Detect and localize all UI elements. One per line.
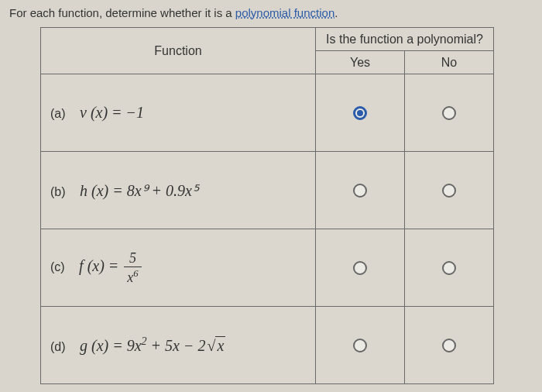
question-suffix: . (334, 6, 338, 19)
fn-c-den-exp: 6 (133, 268, 138, 279)
question-text: For each function, determine whether it … (9, 6, 533, 19)
header-no: No (405, 51, 494, 74)
row-label: (b) (50, 185, 66, 198)
table-wrap: Function Is the function a polynomial? Y… (9, 24, 533, 384)
radio-a-yes[interactable] (353, 106, 367, 120)
cell-c-yes (316, 229, 405, 307)
header-question: Is the function a polynomial? (316, 28, 494, 51)
fn-c-den: x6 (124, 267, 141, 284)
fn-c-num: 5 (124, 251, 141, 267)
question-prefix: For each function, determine whether it … (9, 6, 235, 19)
function-cell-d: (d) g (x) = 9x2 + 5x − 2x (41, 307, 316, 384)
table-row: (c) f (x) = 5x6 (41, 229, 494, 307)
radio-d-no[interactable] (442, 339, 456, 352)
radio-b-yes[interactable] (353, 184, 367, 198)
row-label: (c) (50, 260, 65, 273)
function-cell-a: (a) v (x) = −1 (41, 74, 316, 152)
function-a: v (x) = −1 (80, 104, 144, 121)
cell-c-no (405, 229, 494, 307)
polynomial-link[interactable]: polynomial function (235, 6, 334, 19)
cell-a-yes (316, 74, 405, 152)
function-cell-b: (b) h (x) = 8x⁹ + 0.9x⁵ (41, 152, 316, 229)
fn-d-exp: 2 (142, 335, 147, 347)
cell-a-no (405, 74, 494, 152)
function-d: g (x) = 9x2 + 5x − 2x (80, 337, 225, 354)
row-label: (d) (50, 340, 66, 353)
function-c: f (x) = 5x6 (79, 257, 143, 274)
cell-b-yes (316, 152, 405, 229)
table-row: (d) g (x) = 9x2 + 5x − 2x (41, 307, 494, 384)
cell-d-yes (316, 307, 405, 384)
header-function: Function (41, 28, 316, 74)
radio-d-yes[interactable] (353, 339, 367, 352)
cell-b-no (405, 152, 494, 229)
radio-c-no[interactable] (442, 261, 456, 275)
fn-d-rad: x (215, 336, 225, 354)
radio-a-no[interactable] (442, 106, 456, 120)
sqrt-icon: x (205, 337, 225, 355)
radio-b-no[interactable] (442, 184, 456, 198)
table-row: (b) h (x) = 8x⁹ + 0.9x⁵ (41, 152, 494, 229)
header-yes: Yes (316, 51, 405, 74)
function-table: Function Is the function a polynomial? Y… (40, 27, 494, 384)
fraction-icon: 5x6 (124, 251, 141, 284)
fn-d-prefix: g (x) = 9x (80, 337, 142, 354)
function-cell-c: (c) f (x) = 5x6 (41, 229, 316, 307)
radio-c-yes[interactable] (353, 261, 367, 275)
row-label: (a) (50, 107, 66, 120)
fn-d-mid: + 5x − 2 (147, 337, 206, 354)
fn-c-prefix: f (x) = (79, 257, 122, 274)
function-b: h (x) = 8x⁹ + 0.9x⁵ (80, 182, 198, 199)
cell-d-no (405, 307, 494, 384)
table-row: (a) v (x) = −1 (41, 74, 494, 152)
